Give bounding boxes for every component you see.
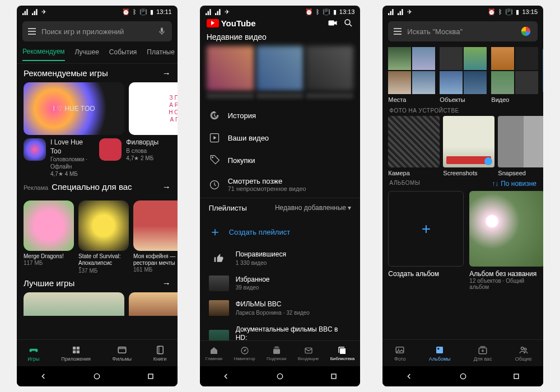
home-button[interactable]	[276, 372, 284, 381]
arrow-right-icon[interactable]: →	[162, 278, 171, 288]
nav-for-you[interactable]: Для вас	[474, 345, 492, 362]
vibrate-icon: 📳	[139, 8, 147, 16]
recent-videos-row[interactable]	[200, 46, 361, 91]
signal-icon	[398, 8, 404, 15]
arrow-right-icon[interactable]: →	[162, 68, 171, 78]
svg-rect-1	[157, 346, 163, 354]
home-button[interactable]	[459, 372, 468, 381]
nav-apps[interactable]: Приложения	[61, 345, 91, 362]
create-playlist-button[interactable]: ＋ Создать плейлист	[200, 218, 361, 246]
playlist-item[interactable]: Избранное39 видео	[200, 271, 361, 296]
app-banner-hue[interactable]: I ♡ HUE TOO	[24, 82, 124, 135]
sort-button[interactable]: ↑↓ По новизне	[492, 180, 536, 188]
bluetooth-icon: ᛒ	[498, 8, 502, 15]
recent-button[interactable]	[512, 372, 521, 381]
alarm-icon: ⏰	[305, 8, 313, 16]
nav-movies[interactable]: Фильмы	[113, 345, 132, 362]
folder-camera[interactable]: Камера	[388, 116, 440, 176]
nav-photos[interactable]: Фото	[394, 345, 406, 362]
video-thumb[interactable]	[207, 46, 254, 91]
vibrate-icon: 📳	[505, 8, 513, 16]
video-thumb[interactable]	[256, 46, 304, 91]
nav-inbox[interactable]: Входящие	[298, 346, 319, 361]
game-banner[interactable]	[129, 292, 178, 316]
folder-screenshots[interactable]: Screenshots	[443, 116, 494, 176]
playlist-item[interactable]: Документальные фильмы BBC в HD:Gaudi Stu…	[200, 321, 361, 340]
nav-library[interactable]: Библиотека	[330, 346, 355, 361]
category-places[interactable]: Места	[388, 47, 435, 103]
game-item[interactable]: Моя кофейня — ресторан мечты 161 МБ	[133, 200, 178, 274]
app-item-hue[interactable]: I Love Hue Too Головоломки · Офлайн 4,7★…	[24, 138, 95, 178]
app-banner-filwords[interactable]: З П А Л А Р Я Е Н О Д Ц А Г К А	[129, 82, 178, 135]
albums-label: АЛЬБОМЫ	[389, 180, 420, 188]
youtube-header: YouTube	[200, 18, 361, 28]
purchases-item[interactable]: Покупки	[200, 149, 361, 171]
playlist-item[interactable]: ФИЛЬМЫ BBCЛариса Воронина · 32 видео	[200, 296, 361, 321]
battery-icon: ▮	[150, 8, 153, 16]
your-videos-item[interactable]: Ваши видео	[200, 127, 361, 149]
game-banner[interactable]	[24, 292, 124, 316]
playlists-header: Плейлисты Недавно добавленные ▾	[200, 198, 361, 218]
youtube-logo[interactable]: YouTube	[207, 18, 256, 28]
tab-events[interactable]: События	[109, 48, 137, 60]
category-tabs: Рекомендуем Лучшее События Платные	[17, 45, 178, 64]
arrow-right-icon[interactable]: →	[162, 182, 171, 192]
google-photos-icon[interactable]	[520, 25, 532, 38]
camera-icon[interactable]	[328, 18, 338, 28]
menu-icon[interactable]	[394, 28, 402, 35]
search-bar[interactable]: Поиск игр и приложений	[22, 21, 172, 41]
category-videos[interactable]: Видео	[491, 47, 538, 103]
nav-explore[interactable]: Навигатор	[234, 346, 255, 361]
nav-subs[interactable]: Подписки	[267, 346, 286, 361]
home-button[interactable]	[92, 372, 101, 381]
thumbs-up-icon	[209, 253, 229, 264]
telegram-icon: ✈	[407, 8, 412, 16]
clock-text: 13:15	[522, 8, 538, 15]
section-for-you[interactable]: РекламаСпециально для вас →	[17, 178, 178, 196]
section-recommended[interactable]: Рекомендуемые игры →	[17, 64, 178, 82]
photos-screen: ✈ ⏰ ᛒ 📳 ▮ 13:15 Искать "Москва" Места	[382, 6, 543, 386]
folder-snapseed[interactable]: Snapseed	[498, 116, 543, 176]
game-item[interactable]: Merge Dragons! 117 МБ	[24, 200, 74, 274]
nav-books[interactable]: Книги	[153, 345, 167, 362]
app-item-filwords[interactable]: Филворды В слова 4,7★ 2 МБ	[99, 138, 170, 178]
tab-recommended[interactable]: Рекомендуем	[22, 48, 65, 61]
video-thumb[interactable]	[306, 46, 353, 91]
playlist-liked[interactable]: Понравившиеся1 330 видео	[200, 246, 361, 271]
playlist-thumb	[209, 276, 229, 291]
category-more[interactable]: Кол	[543, 47, 543, 103]
clock-icon	[209, 179, 220, 190]
history-item[interactable]: История	[200, 104, 361, 127]
playlist-thumb	[209, 330, 229, 340]
back-button[interactable]	[405, 372, 414, 381]
create-album[interactable]: + Создать альбом	[388, 191, 464, 290]
category-objects[interactable]: Объекты	[440, 47, 487, 103]
svg-point-15	[398, 348, 399, 349]
game-item[interactable]: State of Survival: Апокалипсис Зом… 137 …	[78, 200, 129, 274]
nav-games[interactable]: Игры	[27, 345, 39, 362]
system-nav	[17, 366, 178, 386]
watch-later-item[interactable]: Смотреть позже71 непросмотренное видео	[200, 171, 361, 198]
tab-paid[interactable]: Платные	[147, 48, 174, 60]
recent-button[interactable]	[146, 372, 155, 381]
status-bar: ✈ ⏰ ᛒ 📳 ▮ 13:13	[200, 6, 361, 18]
back-button[interactable]	[39, 372, 48, 381]
recent-button[interactable]	[329, 372, 338, 381]
search-bar[interactable]: Искать "Москва"	[388, 21, 538, 41]
bottom-nav: Фото Альбомы Для вас Общие	[382, 339, 543, 366]
system-nav	[382, 366, 543, 386]
search-icon[interactable]	[343, 18, 353, 28]
tab-top[interactable]: Лучшее	[75, 48, 99, 60]
back-button[interactable]	[222, 372, 231, 381]
menu-icon[interactable]	[28, 28, 36, 35]
album-item[interactable]: Альбом без названия 12 объектов · Общий …	[469, 191, 543, 290]
svg-rect-11	[340, 348, 346, 354]
section-best[interactable]: Лучшие игры →	[17, 274, 178, 292]
signal-icon	[388, 8, 395, 15]
mic-icon[interactable]	[157, 27, 166, 36]
nav-home[interactable]: Главная	[206, 346, 222, 361]
nav-albums[interactable]: Альбомы	[429, 345, 451, 362]
sort-dropdown[interactable]: Недавно добавленные ▾	[275, 204, 351, 212]
nav-shared[interactable]: Общие	[515, 345, 532, 362]
svg-rect-17	[437, 348, 439, 349]
